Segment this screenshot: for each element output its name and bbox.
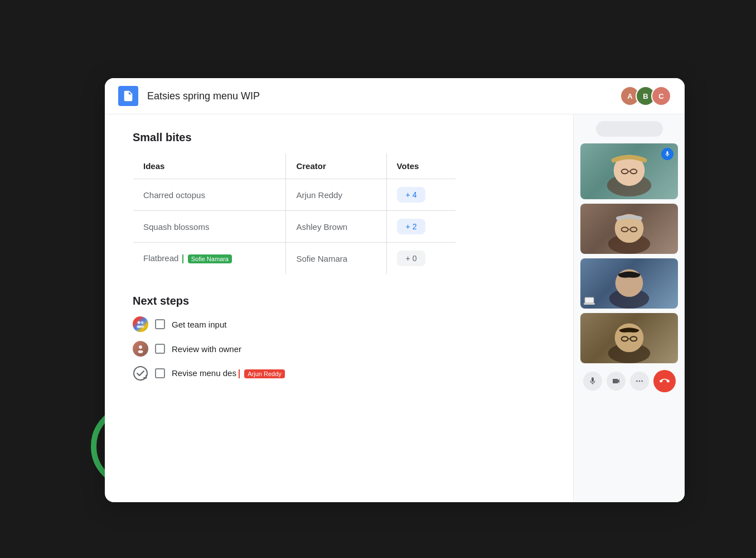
- creator-cell-2: Ashley Brown: [286, 211, 386, 243]
- idea-cell-3: Flatbread Sofie Namara: [133, 243, 286, 275]
- task-avatar-multi: [133, 316, 148, 332]
- video-tile-3: [580, 258, 678, 309]
- cursor-caret-arjun: [239, 369, 240, 378]
- table-header-row: Ideas Creator Votes: [133, 153, 456, 179]
- document-title: Eatsies spring menu WIP: [147, 90, 260, 102]
- mic-active-icon: [661, 148, 673, 160]
- creator-cell-1: Arjun Reddy: [286, 179, 386, 211]
- section2-title: Next steps: [133, 295, 545, 307]
- video-controls: [580, 370, 678, 392]
- video-search-bar: [596, 121, 663, 137]
- google-docs-icon: [118, 86, 138, 106]
- idea-cell-2: Squash blossoms: [133, 211, 286, 243]
- task-label-2: Review with owner: [172, 344, 241, 354]
- vote-button-3[interactable]: + 0: [397, 251, 426, 266]
- svg-point-8: [138, 350, 143, 353]
- svg-point-4: [140, 321, 143, 324]
- svg-point-27: [615, 323, 644, 352]
- col-votes: Votes: [386, 153, 455, 179]
- svg-point-33: [641, 381, 643, 382]
- vote-button-2[interactable]: + 2: [397, 219, 426, 234]
- task-list: Get team input Review with owner: [133, 316, 545, 381]
- ideas-table: Ideas Creator Votes Charred octopus Arju…: [133, 153, 456, 275]
- list-item: Review with owner: [133, 341, 545, 357]
- cursor-label-sofie: Sofie Namara: [188, 254, 232, 263]
- document-content: Small bites Ideas Creator Votes Charred …: [105, 114, 573, 502]
- votes-cell-1: + 4: [386, 179, 455, 211]
- video-panel: [573, 114, 685, 502]
- svg-rect-25: [584, 303, 595, 305]
- svg-point-6: [140, 325, 144, 328]
- header-left: Eatsies spring menu WIP: [118, 86, 260, 106]
- task-avatar-single: [133, 341, 148, 357]
- table-row: Flatbread Sofie Namara Sofie Namara + 0: [133, 243, 456, 275]
- mic-button[interactable]: [583, 372, 602, 391]
- document-body: Small bites Ideas Creator Votes Charred …: [105, 114, 685, 502]
- svg-rect-24: [585, 297, 594, 303]
- table-row: Charred octopus Arjun Reddy + 4: [133, 179, 456, 211]
- task-avatar-check: [133, 365, 148, 381]
- document-header: Eatsies spring menu WIP A B C: [105, 78, 685, 114]
- camera-button[interactable]: [607, 372, 626, 391]
- more-options-button[interactable]: [630, 372, 649, 391]
- svg-point-31: [636, 381, 638, 382]
- collaborator-avatars: A B C: [620, 86, 671, 106]
- cursor-label-arjun: Arjun Reddy: [244, 369, 285, 378]
- video-tile-2: [580, 204, 678, 254]
- video-tile-1: [580, 143, 678, 199]
- idea-cell-1: Charred octopus: [133, 179, 286, 211]
- list-item: Get team input: [133, 316, 545, 332]
- section1-title: Small bites: [133, 131, 545, 144]
- task-label-1: Get team input: [172, 320, 226, 329]
- document-window: Eatsies spring menu WIP A B C Small bite…: [105, 78, 685, 502]
- end-call-button[interactable]: [653, 370, 676, 392]
- table-row: Squash blossoms Ashley Brown + 2: [133, 211, 456, 243]
- svg-point-3: [137, 321, 140, 324]
- task-label-3: Revise menu des Arjun Reddy: [172, 368, 285, 378]
- votes-cell-3: + 0: [386, 243, 455, 275]
- col-creator: Creator: [286, 153, 386, 179]
- list-item: Revise menu des Arjun Reddy: [133, 365, 545, 381]
- task-checkbox-3[interactable]: [155, 368, 165, 378]
- task-checkbox-2[interactable]: [155, 344, 165, 354]
- col-ideas: Ideas: [133, 153, 286, 179]
- vote-button-1[interactable]: + 4: [397, 187, 426, 203]
- svg-point-32: [638, 381, 640, 382]
- task-checkbox-1[interactable]: [155, 319, 165, 329]
- votes-cell-2: + 2: [386, 211, 455, 243]
- creator-cell-3: Sofie Namara: [286, 243, 386, 275]
- video-tile-4: [580, 313, 678, 363]
- cursor-caret-sofie: [182, 254, 183, 263]
- svg-point-7: [139, 345, 142, 349]
- scene: Eatsies spring menu WIP A B C Small bite…: [71, 56, 685, 502]
- avatar-user3[interactable]: C: [651, 86, 671, 106]
